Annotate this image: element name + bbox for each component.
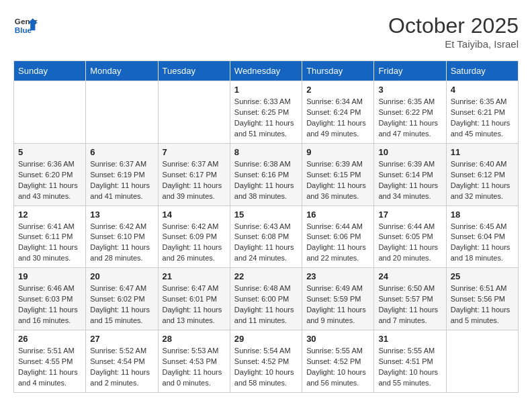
calendar-cell: 15Sunrise: 6:43 AMSunset: 6:08 PMDayligh… [230,205,302,268]
day-number: 4 [451,85,514,95]
day-info: Sunrise: 5:54 AMSunset: 4:52 PMDaylight:… [234,346,298,389]
day-info: Sunrise: 6:45 AMSunset: 6:04 PMDaylight:… [451,222,514,265]
day-info: Sunrise: 6:51 AMSunset: 5:56 PMDaylight:… [451,283,514,326]
day-info: Sunrise: 6:37 AMSunset: 6:17 PMDaylight:… [163,159,226,202]
calendar-cell: 1Sunrise: 6:33 AMSunset: 6:25 PMDaylight… [230,81,302,144]
day-info: Sunrise: 6:42 AMSunset: 6:10 PMDaylight:… [90,222,153,265]
calendar-cell: 3Sunrise: 6:35 AMSunset: 6:22 PMDaylight… [374,81,446,144]
day-info: Sunrise: 5:52 AMSunset: 4:54 PMDaylight:… [90,346,153,389]
day-number: 31 [378,334,441,344]
weekday-header-wednesday: Wednesday [230,61,302,81]
location-subtitle: Et Taiyiba, Israel [388,38,519,50]
calendar-cell [14,81,86,144]
calendar-cell: 21Sunrise: 6:47 AMSunset: 6:01 PMDayligh… [158,268,230,330]
calendar-cell: 25Sunrise: 6:51 AMSunset: 5:56 PMDayligh… [446,268,518,330]
day-number: 23 [306,271,369,281]
calendar-cell: 30Sunrise: 5:55 AMSunset: 4:52 PMDayligh… [302,330,374,393]
calendar-cell: 31Sunrise: 5:55 AMSunset: 4:51 PMDayligh… [374,330,446,393]
day-info: Sunrise: 6:35 AMSunset: 6:21 PMDaylight:… [451,97,514,140]
weekday-header-thursday: Thursday [302,61,374,81]
calendar-cell: 6Sunrise: 6:37 AMSunset: 6:19 PMDaylight… [86,143,158,205]
calendar-cell [158,81,230,144]
day-number: 19 [18,271,81,281]
day-info: Sunrise: 6:48 AMSunset: 6:00 PMDaylight:… [234,283,298,326]
day-info: Sunrise: 6:41 AMSunset: 6:11 PMDaylight:… [18,222,81,265]
calendar-cell: 7Sunrise: 6:37 AMSunset: 6:17 PMDaylight… [158,143,230,205]
calendar-cell: 12Sunrise: 6:41 AMSunset: 6:11 PMDayligh… [14,205,86,268]
svg-text:Blue: Blue [15,26,32,34]
day-info: Sunrise: 6:34 AMSunset: 6:24 PMDaylight:… [306,97,369,140]
weekday-header-sunday: Sunday [14,61,86,81]
calendar-cell: 9Sunrise: 6:39 AMSunset: 6:15 PMDaylight… [302,143,374,205]
day-number: 30 [306,334,369,344]
day-info: Sunrise: 6:37 AMSunset: 6:19 PMDaylight:… [90,159,153,202]
day-info: Sunrise: 5:53 AMSunset: 4:53 PMDaylight:… [163,346,226,389]
calendar-cell [86,81,158,144]
day-info: Sunrise: 5:55 AMSunset: 4:51 PMDaylight:… [378,346,441,389]
calendar-cell: 24Sunrise: 6:50 AMSunset: 5:57 PMDayligh… [374,268,446,330]
day-info: Sunrise: 6:44 AMSunset: 6:06 PMDaylight:… [306,222,369,265]
day-number: 6 [90,147,153,157]
calendar-cell: 20Sunrise: 6:47 AMSunset: 6:02 PMDayligh… [86,268,158,330]
calendar-cell: 18Sunrise: 6:45 AMSunset: 6:04 PMDayligh… [446,205,518,268]
calendar-cell: 11Sunrise: 6:40 AMSunset: 6:12 PMDayligh… [446,143,518,205]
day-number: 18 [451,210,514,220]
weekday-header-tuesday: Tuesday [158,61,230,81]
day-number: 9 [306,147,369,157]
calendar-cell: 19Sunrise: 6:46 AMSunset: 6:03 PMDayligh… [14,268,86,330]
day-number: 8 [234,147,298,157]
logo-icon: General Blue [13,13,38,38]
day-number: 28 [163,334,226,344]
day-number: 10 [378,147,441,157]
day-number: 7 [163,147,226,157]
logo: General Blue [13,13,38,38]
day-info: Sunrise: 6:38 AMSunset: 6:16 PMDaylight:… [234,159,298,202]
day-number: 22 [234,271,298,281]
day-info: Sunrise: 5:51 AMSunset: 4:55 PMDaylight:… [18,346,81,389]
calendar-cell: 29Sunrise: 5:54 AMSunset: 4:52 PMDayligh… [230,330,302,393]
month-title: October 2025 [388,13,519,38]
day-info: Sunrise: 6:47 AMSunset: 6:02 PMDaylight:… [90,283,153,326]
day-info: Sunrise: 6:43 AMSunset: 6:08 PMDaylight:… [234,222,298,265]
day-number: 17 [378,210,441,220]
day-number: 5 [18,147,81,157]
day-info: Sunrise: 6:47 AMSunset: 6:01 PMDaylight:… [163,283,226,326]
day-info: Sunrise: 6:39 AMSunset: 6:15 PMDaylight:… [306,159,369,202]
calendar-cell: 10Sunrise: 6:39 AMSunset: 6:14 PMDayligh… [374,143,446,205]
weekday-header-saturday: Saturday [446,61,518,81]
calendar-table: SundayMondayTuesdayWednesdayThursdayFrid… [13,60,519,393]
day-number: 2 [306,85,369,95]
day-info: Sunrise: 6:40 AMSunset: 6:12 PMDaylight:… [451,159,514,202]
day-info: Sunrise: 6:39 AMSunset: 6:14 PMDaylight:… [378,159,441,202]
day-info: Sunrise: 6:35 AMSunset: 6:22 PMDaylight:… [378,97,441,140]
day-number: 21 [163,271,226,281]
day-info: Sunrise: 6:50 AMSunset: 5:57 PMDaylight:… [378,283,441,326]
day-number: 20 [90,271,153,281]
day-number: 15 [234,210,298,220]
day-number: 29 [234,334,298,344]
calendar-cell: 4Sunrise: 6:35 AMSunset: 6:21 PMDaylight… [446,81,518,144]
calendar-cell: 27Sunrise: 5:52 AMSunset: 4:54 PMDayligh… [86,330,158,393]
calendar-cell: 2Sunrise: 6:34 AMSunset: 6:24 PMDaylight… [302,81,374,144]
day-number: 1 [234,85,298,95]
calendar-cell: 5Sunrise: 6:36 AMSunset: 6:20 PMDaylight… [14,143,86,205]
day-number: 27 [90,334,153,344]
day-number: 26 [18,334,81,344]
calendar-cell: 23Sunrise: 6:49 AMSunset: 5:59 PMDayligh… [302,268,374,330]
day-info: Sunrise: 6:46 AMSunset: 6:03 PMDaylight:… [18,283,81,326]
calendar-cell: 13Sunrise: 6:42 AMSunset: 6:10 PMDayligh… [86,205,158,268]
title-block: October 2025 Et Taiyiba, Israel [388,13,519,50]
page-header: General Blue October 2025 Et Taiyiba, Is… [13,13,519,50]
weekday-header-monday: Monday [86,61,158,81]
calendar-cell: 16Sunrise: 6:44 AMSunset: 6:06 PMDayligh… [302,205,374,268]
day-info: Sunrise: 6:49 AMSunset: 5:59 PMDaylight:… [306,283,369,326]
day-info: Sunrise: 6:42 AMSunset: 6:09 PMDaylight:… [163,222,226,265]
calendar-cell: 14Sunrise: 6:42 AMSunset: 6:09 PMDayligh… [158,205,230,268]
day-number: 3 [378,85,441,95]
day-number: 24 [378,271,441,281]
calendar-cell: 22Sunrise: 6:48 AMSunset: 6:00 PMDayligh… [230,268,302,330]
weekday-header-friday: Friday [374,61,446,81]
day-number: 14 [163,210,226,220]
calendar-cell: 17Sunrise: 6:44 AMSunset: 6:05 PMDayligh… [374,205,446,268]
day-number: 13 [90,210,153,220]
